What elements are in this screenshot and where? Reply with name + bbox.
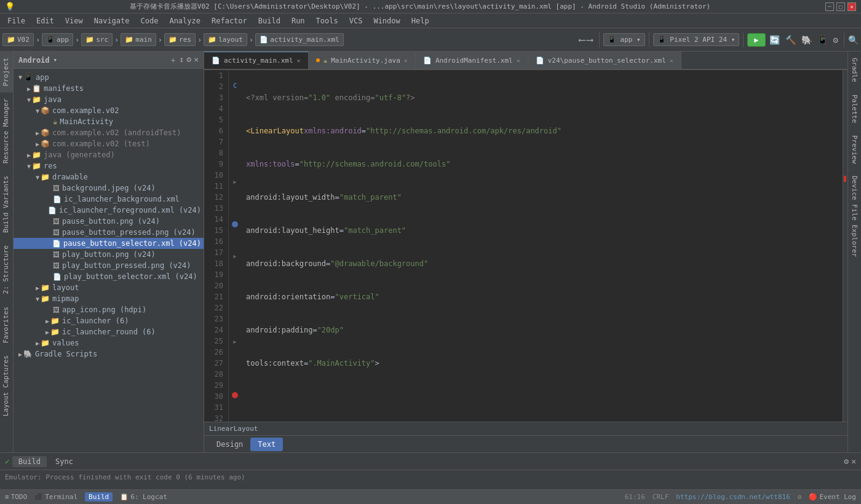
menu-item-code[interactable]: Code xyxy=(136,15,164,26)
tree-item-values[interactable]: ▶ 📁 values xyxy=(14,337,204,348)
menu-item-edit[interactable]: Edit xyxy=(31,15,59,26)
tree-item-package[interactable]: ▼ 📦 com.example.v02 xyxy=(14,105,204,116)
close-tab-activity-main[interactable]: ✕ xyxy=(297,57,301,64)
design-tab-text[interactable]: Text xyxy=(250,438,283,451)
tab-androidmanifest[interactable]: 📄 AndroidManifest.xml ✕ xyxy=(416,52,528,69)
tree-item-java-generated[interactable]: ▶ 📁 java (generated) xyxy=(14,149,204,160)
menu-item-run[interactable]: Run xyxy=(287,15,310,26)
build-icon[interactable]: 🔨 xyxy=(785,35,796,45)
tree-item-play-selector[interactable]: 📄 play_button_selector.xml (v24) xyxy=(14,271,204,282)
menu-item-help[interactable]: Help xyxy=(407,15,434,26)
build-bottom-button[interactable]: Build xyxy=(85,492,113,502)
design-tab-design[interactable]: Design xyxy=(209,438,250,451)
tree-item-java[interactable]: ▼ 📁 java xyxy=(14,94,204,105)
tree-item-drawable[interactable]: ▼ 📁 drawable xyxy=(14,171,204,183)
tree-item-background-jpeg[interactable]: 🖼 background.jpeg (v24) xyxy=(14,183,204,194)
vtab-structure[interactable]: 2: Structure xyxy=(0,239,13,300)
gutter-31[interactable] xyxy=(229,390,241,400)
logcat-button[interactable]: 📋 6: Logcat xyxy=(120,493,167,501)
tree-item-ic-launcher-fg[interactable]: 📄 ic_launcher_foreground.xml (v24) xyxy=(14,205,204,216)
tree-item-manifests[interactable]: ▶ 📋 manifests xyxy=(14,83,204,94)
vtab-favorites[interactable]: Favorites xyxy=(0,301,13,350)
vtab-palette[interactable]: Palette xyxy=(849,89,860,129)
run-button[interactable]: ▶ xyxy=(747,33,765,47)
tree-item-pause-btn[interactable]: 🖼 pause_button.png (v24) xyxy=(14,216,204,227)
tree-item-res[interactable]: ▼ 📁 res xyxy=(14,160,204,171)
bottom-tab-build[interactable]: Build xyxy=(12,456,47,467)
gradle-sync-icon[interactable]: 🐘 xyxy=(801,35,812,45)
menu-item-view[interactable]: View xyxy=(60,15,88,26)
add-icon[interactable]: ＋ xyxy=(169,55,177,66)
tree-item-layout[interactable]: ▶ 📁 layout xyxy=(14,282,204,293)
menu-item-build[interactable]: Build xyxy=(253,15,285,26)
tree-item-pause-pressed[interactable]: 🖼 pause_button_pressed.png (v24) xyxy=(14,227,204,238)
sort-icon[interactable]: ↕ xyxy=(180,55,184,66)
vtab-device-file-explorer[interactable]: Device File Explorer xyxy=(849,170,860,263)
tree-item-mipmap[interactable]: ▼ 📁 mipmap xyxy=(14,293,204,304)
vtab-project[interactable]: Project xyxy=(0,52,13,92)
device-dropdown[interactable]: 📱 Pixel 2 API 24 ▾ xyxy=(653,33,740,46)
tab-pause-selector[interactable]: 📄 v24\pause_button_selector.xml ✕ xyxy=(528,52,681,69)
breadcrumb-file[interactable]: 📄 activity_main.xml xyxy=(255,33,344,46)
event-log-button[interactable]: 🔴 Event Log xyxy=(809,493,856,501)
app-module-dropdown[interactable]: 📱 app ▾ xyxy=(603,33,645,46)
tab-activity-main[interactable]: 📄 activity_main.xml ✕ xyxy=(204,52,309,69)
search-button[interactable]: 🔍 xyxy=(848,35,859,45)
vtab-layout-captures[interactable]: Layout Captures xyxy=(0,349,13,422)
close-tab-pause-selector[interactable]: ✕ xyxy=(670,57,673,64)
breadcrumb-app[interactable]: 📱 app xyxy=(42,33,73,46)
tree-item-play-btn[interactable]: 🖼 play_button.png (v24) xyxy=(14,249,204,260)
breadcrumb-layout[interactable]: 📁 layout xyxy=(204,33,247,46)
tree-item-play-pressed[interactable]: 🖼 play_button_pressed.png (v24) xyxy=(14,260,204,271)
breadcrumb-v02[interactable]: 📁 V02 xyxy=(2,33,34,46)
tree-item-app-icon[interactable]: 🖼 app_icon.png (hdpi) xyxy=(14,304,204,315)
menu-item-analyze[interactable]: Analyze xyxy=(164,15,205,26)
minimize-button[interactable]: ─ xyxy=(825,2,834,11)
maximize-button[interactable]: □ xyxy=(836,2,845,11)
close-tab-androidmanifest[interactable]: ✕ xyxy=(517,57,520,64)
vtab-resource-manager[interactable]: Resource Manager xyxy=(0,92,13,170)
bottom-tab-sync[interactable]: Sync xyxy=(49,456,79,467)
vtab-build-variants[interactable]: Build Variants xyxy=(0,170,13,239)
close-button[interactable]: ✕ xyxy=(847,2,856,11)
close-bottom-panel-icon[interactable]: ✕ xyxy=(851,457,856,466)
menu-item-vcs[interactable]: VCS xyxy=(344,15,368,26)
tree-item-test[interactable]: ▶ 📦 com.example.v02 (test) xyxy=(14,138,204,149)
menu-item-refactor[interactable]: Refactor xyxy=(207,15,252,26)
gutter-15[interactable] xyxy=(229,219,241,230)
tab-mainactivity[interactable]: ☕ MainActivity.java ✕ xyxy=(309,52,416,69)
editor-scrollbar[interactable] xyxy=(843,70,847,422)
dropdown-arrow-icon[interactable]: ▾ xyxy=(54,56,58,64)
tree-item-ic-launcher-round[interactable]: ▶ 📁 ic_launcher_round (6) xyxy=(14,326,204,337)
close-sidebar-icon[interactable]: ✕ xyxy=(194,55,199,66)
settings-icon[interactable]: ⚙ xyxy=(186,55,191,66)
menu-item-tools[interactable]: Tools xyxy=(311,15,343,26)
tree-item-gradle-scripts[interactable]: ▶ 🐘 Gradle Scripts xyxy=(14,348,204,360)
menu-item-window[interactable]: Window xyxy=(368,15,405,26)
gear-icon-status[interactable]: ⚙ xyxy=(798,493,802,501)
nav-icon-fwd[interactable]: ⟶ xyxy=(587,34,593,45)
todo-button[interactable]: ≡ TODO xyxy=(5,493,27,501)
tree-item-ic-launcher-bg[interactable]: 📄 ic_launcher_background.xml xyxy=(14,194,204,205)
tree-item-mainactivity[interactable]: ☕ MainActivity xyxy=(14,116,204,127)
sdk-icon[interactable]: ⚙ xyxy=(833,35,838,45)
avd-icon[interactable]: 📱 xyxy=(817,35,828,45)
breadcrumb-main[interactable]: 📁 main xyxy=(121,33,156,46)
vtab-gradle[interactable]: Gradle xyxy=(849,52,860,89)
breadcrumb-src[interactable]: 📁 src xyxy=(81,33,113,46)
tree-item-androidtest[interactable]: ▶ 📦 com.example.v02 (androidTest) xyxy=(14,127,204,138)
menu-item-file[interactable]: File xyxy=(2,15,30,26)
code-content[interactable]: <?xml version="1.0" encoding="utf-8"?> <… xyxy=(241,70,843,422)
vtab-preview[interactable]: Preview xyxy=(849,129,860,170)
tree-item-ic-launcher[interactable]: ▶ 📁 ic_launcher (6) xyxy=(14,315,204,326)
breadcrumb-res[interactable]: 📁 res xyxy=(164,33,196,46)
settings-bottom-icon[interactable]: ⚙ xyxy=(844,457,849,466)
tree-item-app[interactable]: ▼ 📱 app xyxy=(14,71,204,83)
sync-button[interactable]: 🔄 xyxy=(769,35,780,45)
breakpoint-15 xyxy=(232,221,238,227)
menu-item-navigate[interactable]: Navigate xyxy=(89,15,135,26)
terminal-button[interactable]: ⬛ Terminal xyxy=(34,493,77,501)
close-tab-mainactivity[interactable]: ✕ xyxy=(404,57,408,64)
tree-item-pause-selector[interactable]: 📄 pause_button_selector.xml (v24) xyxy=(14,238,204,249)
nav-icon[interactable]: ⟵ xyxy=(579,34,585,45)
